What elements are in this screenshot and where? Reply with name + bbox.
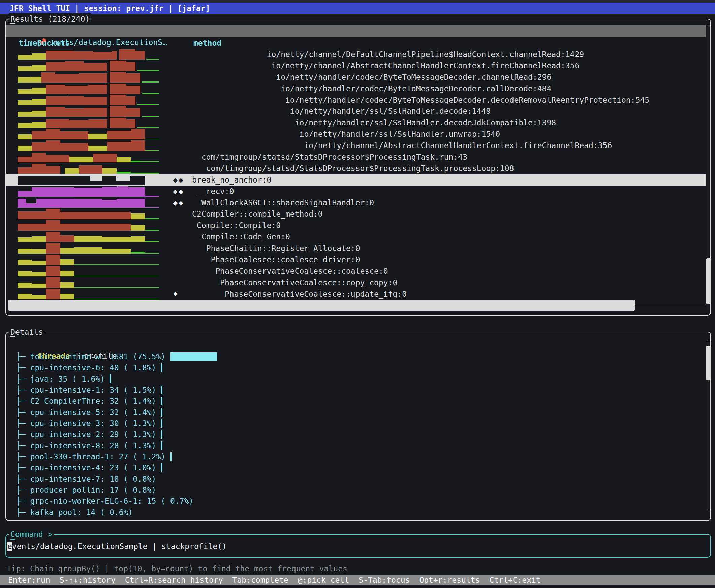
table-row[interactable]: io/netty/handler/codec/ByteToMessageDeco… [6, 83, 706, 94]
top-strip [0, 0, 715, 3]
table-row[interactable]: io/netty/channel/AbstractChannelHandlerC… [6, 140, 706, 151]
results-hscrollbar-thumb[interactable] [8, 300, 635, 311]
table-row[interactable]: PhaseConservativeCoalesce::coalesce:0 [6, 266, 706, 277]
thread-usage-bar [161, 385, 162, 394]
status-item: Opt+r:results [419, 575, 480, 584]
spark-segment [126, 119, 136, 128]
table-row[interactable]: Compile::Compile:0 [6, 220, 706, 231]
spark-segment [46, 209, 60, 219]
table-row[interactable]: ◆◆WallClockASGCT::sharedSignalHandler:0 [6, 197, 706, 209]
table-row[interactable]: ♦PhaseConservativeCoalesce::update_ifg:0 [6, 289, 706, 300]
method-cell: PhaseConservativeCoalesce::copy_copy:0 [220, 277, 397, 289]
results-title-rest: esults (218/240) [15, 15, 90, 23]
method-cell: io/netty/channel/DefaultChannelPipeline$… [267, 49, 584, 60]
timebuckets-sparkline [18, 277, 159, 288]
status-item: Ctrl+C:exit [489, 575, 540, 584]
details-vscrollbar-thumb[interactable] [706, 345, 711, 380]
thread-list-item[interactable]: ├─ java: 35 ( 1.6%) [6, 374, 706, 384]
thread-label: cpu-intensive-2: 29 ( 1.3%) [30, 430, 156, 439]
method-cell: break_no_anchor:0 [192, 174, 271, 186]
thread-list-item[interactable]: ├─ C2 CompilerThre: 32 ( 1.4%) [6, 396, 706, 407]
spark-segment [18, 134, 32, 140]
thread-list-item[interactable]: ├─ cpu-intensive-1: 34 ( 1.5%) [6, 384, 706, 396]
command-panel-title: Command > [9, 529, 54, 540]
thread-list-item[interactable]: ├─ producer pollin: 17 ( 0.8%) [6, 485, 706, 496]
tree-branch-icon: ├─ [16, 463, 30, 472]
spark-segment [18, 282, 32, 288]
spark-segment [84, 108, 107, 117]
spark-segment [60, 259, 74, 265]
results-hotkey: R [11, 15, 15, 23]
frame-marker-icon: ◆◆ [173, 174, 184, 186]
thread-list-item[interactable]: ├─ cpu-intensive-7: 18 ( 0.8%) [6, 474, 706, 485]
spark-segment [18, 112, 32, 117]
command-input[interactable]: events/datadog.ExecutionSample | stackpr… [7, 541, 227, 552]
spark-segment [117, 172, 131, 174]
results-vscrollbar-thumb[interactable] [706, 258, 711, 304]
spark-segment [131, 173, 159, 173]
spark-segment [74, 199, 102, 208]
thread-list-item[interactable]: ├─ cpu-intensive-8: 28 ( 1.3%) [6, 440, 706, 451]
spark-segment [18, 237, 32, 242]
table-row[interactable]: io/netty/handler/codec/ByteToMessageDeco… [6, 94, 706, 106]
status-item: S-↑↓:history [60, 575, 116, 584]
spark-segment [145, 218, 159, 219]
table-row[interactable]: io/netty/handler/ssl/SslHandler.unwrap:1… [6, 129, 706, 140]
thread-label: java: 35 ( 1.6%) [30, 375, 105, 383]
method-cell: io/netty/handler/ssl/SslHandler.unwrap:1… [300, 129, 500, 140]
spark-segment [18, 89, 32, 94]
spark-segment [74, 299, 159, 299]
thread-list-item[interactable]: ├─ cpu-intensive-4: 23 ( 1.0%) [6, 462, 706, 474]
thread-usage-bar [170, 452, 171, 461]
spark-segment [18, 199, 26, 208]
method-cell: PhaseConservativeCoalesce::update_ifg:0 [225, 289, 407, 300]
tree-branch-icon: ├─ [16, 508, 30, 517]
table-row[interactable]: PhaseConservativeCoalesce::copy_copy:0 [6, 277, 706, 289]
spark-segment [79, 165, 102, 174]
thread-list-item[interactable]: ├─ cpu-intensive-2: 29 ( 1.3%) [6, 429, 706, 440]
spark-segment [46, 289, 60, 299]
spark-segment [60, 248, 74, 254]
spark-segment [88, 85, 107, 93]
thread-list: ├─ tokio-runtime-w: 1681 (75.5%)├─ cpu-i… [6, 351, 706, 518]
thread-list-item[interactable]: ├─ cpu-intensive-6: 40 ( 1.8%) [6, 362, 706, 374]
table-row[interactable]: io/netty/channel/DefaultChannelPipeline$… [6, 49, 706, 60]
table-row[interactable]: C2Compiler::compile_method:0 [6, 208, 706, 220]
spark-segment [60, 131, 88, 140]
table-row[interactable]: ◆◆__recv:0 [6, 186, 706, 197]
spark-segment [69, 156, 93, 162]
table-row[interactable]: com/timgroup/statsd/StatsDProcessor$Proc… [6, 151, 706, 163]
tree-branch-icon: ├─ [16, 408, 30, 417]
spark-segment [18, 100, 32, 105]
table-row[interactable]: io/netty/handler/ssl/SslHandler.decode:1… [6, 106, 706, 117]
table-row[interactable]: Compile::Code_Gen:0 [6, 231, 706, 243]
thread-list-item[interactable]: ├─ tokio-runtime-w: 1681 (75.5%) [6, 351, 706, 362]
table-row[interactable]: io/netty/handler/ssl/SslHandler.decodeJd… [6, 117, 706, 129]
thread-list-item[interactable]: ├─ kafka pool: 14 ( 0.6%) [6, 507, 706, 518]
timebuckets-sparkline [18, 197, 159, 208]
table-row[interactable]: io/netty/handler/codec/ByteToMessageDeco… [6, 72, 706, 83]
thread-list-item[interactable]: ├─ grpc-nio-worker-ELG-6-1: 15 ( 0.7%) [6, 496, 706, 507]
column-header-method[interactable]: method [193, 38, 221, 49]
thread-list-item[interactable]: ├─ cpu-intensive-3: 30 ( 1.3%) [6, 418, 706, 429]
column-header-timebuckets[interactable]: timeBuckets [19, 38, 70, 49]
spark-segment [102, 168, 117, 174]
table-row[interactable]: PhaseChaitin::Register_Allocate:0 [6, 243, 706, 254]
table-row[interactable]: com/timgroup/statsd/StatsDProcessor$Proc… [6, 163, 706, 174]
title-bar-text: JFR Shell TUI | session: prev.jfr | [jaf… [9, 4, 210, 13]
table-row[interactable]: io/netty/channel/AbstractChannelHandlerC… [6, 60, 706, 72]
spark-segment [109, 118, 126, 128]
spark-segment [126, 86, 140, 94]
spark-segment [131, 129, 145, 140]
table-row[interactable]: PhaseCoalesce::coalesce_driver:0 [6, 254, 706, 266]
thread-usage-bar [161, 430, 162, 439]
thread-label: cpu-intensive-7: 18 ( 0.8%) [30, 475, 156, 483]
spark-segment [32, 99, 46, 105]
thread-list-item[interactable]: ├─ cpu-intensive-5: 32 ( 1.4%) [6, 407, 706, 418]
table-row[interactable]: ◆◆break_no_anchor:0 [6, 174, 706, 186]
spark-segment [46, 155, 69, 162]
status-item: Ctrl+R:search history [125, 575, 223, 584]
spark-segment [60, 282, 74, 288]
spark-segment [109, 106, 126, 117]
thread-list-item[interactable]: ├─ pool-330-thread-1: 27 ( 1.2%) [6, 451, 706, 462]
